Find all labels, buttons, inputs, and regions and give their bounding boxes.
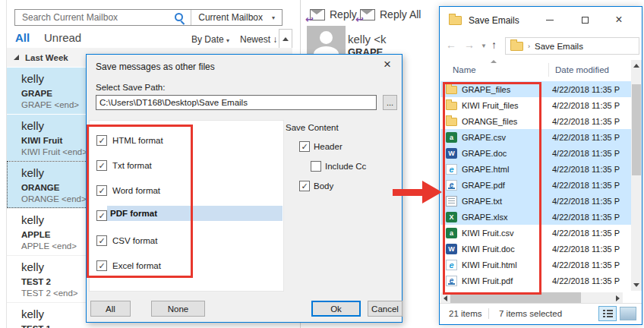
save-content-option[interactable]: Body <box>299 181 392 191</box>
search-bar[interactable]: Current Mailbox ▾ <box>14 9 283 26</box>
file-date-modified: 4/22/2018 11:35 P <box>552 85 620 94</box>
save-content-option-label: Include Cc <box>325 162 366 171</box>
annotation-red-arrow <box>393 189 424 196</box>
none-button[interactable]: None <box>151 301 205 317</box>
reply-icon <box>310 9 325 20</box>
folder-icon <box>449 16 462 25</box>
back-icon[interactable]: ← <box>446 39 456 50</box>
file-date-modified: 4/22/2018 11:35 P <box>552 244 620 254</box>
annotation-red-box-formats <box>87 125 193 278</box>
file-date-modified: 4/22/2018 11:35 P <box>552 165 620 174</box>
browse-button[interactable]: ... <box>383 95 397 110</box>
sort-ascending-icon <box>491 60 497 63</box>
minimize-icon <box>546 20 554 20</box>
details-view-icon <box>603 310 613 317</box>
item-count: 21 items <box>449 309 481 318</box>
scrollbar-thumb[interactable] <box>632 84 641 175</box>
search-scope-dropdown[interactable]: Current Mailbox ▾ <box>191 12 282 23</box>
reply-all-button[interactable]: Reply All <box>360 8 421 20</box>
file-date-modified: 4/22/2018 11:35 P <box>552 133 620 142</box>
explorer-nav-bar: ← → ▼ ↑ › Save Emails <box>440 34 642 58</box>
save-path-label: Select Save Path: <box>96 83 165 92</box>
checkbox-icon[interactable] <box>299 181 310 191</box>
arrow-down-icon: ↓ <box>273 34 277 45</box>
thumbnail-view-button[interactable] <box>620 307 636 320</box>
close-button[interactable]: × <box>608 10 630 30</box>
reply-label: Reply <box>330 8 357 20</box>
status-separator <box>488 308 489 319</box>
tab-unread[interactable]: Unread <box>44 31 81 44</box>
column-header-date-modified[interactable]: Date modified <box>555 65 609 74</box>
save-content-option-label: Body <box>314 181 333 191</box>
file-date-modified: 4/22/2018 11:35 P <box>552 260 620 270</box>
scroll-down-icon <box>633 283 639 287</box>
status-bar: 21 items 7 items selected <box>440 303 642 323</box>
recent-locations-icon[interactable]: ▼ <box>481 43 487 49</box>
message-sender-line: kelly <k <box>348 33 386 46</box>
search-input[interactable] <box>15 11 169 24</box>
chevron-down-icon: ▾ <box>272 14 275 21</box>
screenshot-stage: Current Mailbox ▾ All Unread By Date ▾ N… <box>0 0 644 328</box>
group-expanded-icon <box>14 55 19 60</box>
explorer-title-bar[interactable]: Save Emails × <box>440 7 642 34</box>
scroll-up-icon <box>633 64 639 68</box>
file-date-modified: 4/22/2018 11:35 P <box>552 149 620 158</box>
ok-button[interactable]: Ok <box>311 301 361 317</box>
message-subject: TEST 1 <box>21 324 292 328</box>
save-content-group: Save Content HeaderInclude CcBody <box>286 123 392 191</box>
triangle-up-icon <box>283 37 289 41</box>
annotation-red-box-files <box>443 82 541 295</box>
annotation-red-arrow-head <box>422 181 442 203</box>
column-header-row: Name Date modified <box>440 58 642 80</box>
sort-by-dropdown[interactable]: By Date ▾ <box>191 34 229 45</box>
reply-button[interactable]: Reply <box>310 8 357 20</box>
reply-all-label: Reply All <box>380 8 421 20</box>
search-icon[interactable] <box>174 12 185 24</box>
tab-all[interactable]: All <box>15 31 30 44</box>
scroll-left-icon <box>444 295 447 301</box>
group-header-label: Last Week <box>25 53 68 62</box>
file-date-modified: 4/22/2018 11:35 P <box>552 197 620 206</box>
details-view-button[interactable] <box>598 306 617 321</box>
explorer-window-title: Save Emails <box>469 15 519 26</box>
column-header-name[interactable]: Name <box>453 65 476 74</box>
address-bar[interactable]: › Save Emails <box>505 37 639 55</box>
close-icon[interactable]: × <box>380 57 395 72</box>
checkbox-icon[interactable] <box>299 141 310 152</box>
file-date-modified: 4/22/2018 11:35 P <box>552 101 620 110</box>
column-separator[interactable] <box>548 63 549 77</box>
file-date-modified: 4/22/2018 11:35 P <box>552 213 620 222</box>
close-icon: × <box>615 14 622 26</box>
cancel-button[interactable]: Cancel <box>368 301 402 317</box>
scroll-right-icon <box>616 295 620 301</box>
forward-icon[interactable]: → <box>464 39 475 50</box>
file-date-modified: 4/22/2018 11:35 P <box>552 229 620 238</box>
sort-order-toggle[interactable]: Newest ↓ <box>240 34 277 45</box>
vertical-scrollbar[interactable] <box>631 60 642 291</box>
maximize-icon <box>582 17 589 24</box>
folder-icon <box>510 42 523 51</box>
chevron-down-icon: ▾ <box>226 37 229 44</box>
selected-count: 7 items selected <box>499 309 562 318</box>
breadcrumb: Save Emails <box>535 42 583 51</box>
up-icon[interactable]: ↑ <box>491 39 497 50</box>
file-date-modified: 4/22/2018 11:35 P <box>552 117 620 126</box>
search-scope-label: Current Mailbox <box>198 12 263 23</box>
all-button[interactable]: All <box>90 301 131 317</box>
dialog-title: Save messages as other files <box>96 62 215 72</box>
save-content-option-label: Header <box>314 142 343 151</box>
save-content-option[interactable]: Header <box>299 141 392 152</box>
save-content-label: Save Content <box>286 123 392 132</box>
file-date-modified: 4/22/2018 11:35 P <box>552 276 620 285</box>
file-date-modified: 4/22/2018 11:35 P <box>552 181 620 190</box>
checkbox-icon[interactable] <box>311 161 321 172</box>
breadcrumb-chevron-icon: › <box>528 43 530 50</box>
reply-all-icon <box>360 9 375 20</box>
minimize-button[interactable] <box>538 10 561 30</box>
save-content-option[interactable]: Include Cc <box>311 161 392 172</box>
maximize-button[interactable] <box>573 10 596 30</box>
scroll-up-button[interactable] <box>279 30 292 49</box>
save-path-input[interactable] <box>96 95 377 110</box>
